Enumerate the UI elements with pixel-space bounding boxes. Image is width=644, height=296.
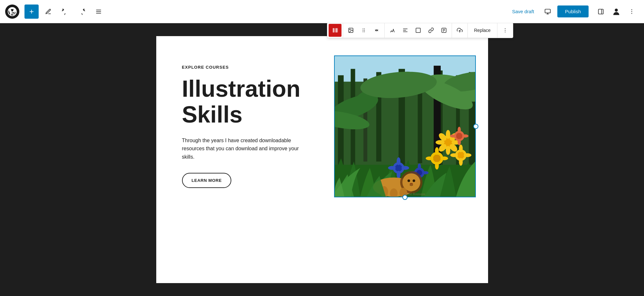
add-block-button[interactable]: + [24,5,39,19]
list-view-button[interactable] [91,5,106,19]
svg-point-82 [397,157,400,165]
svg-point-91 [422,171,429,174]
svg-point-60 [446,130,450,139]
svg-point-21 [364,30,365,31]
svg-point-93 [456,133,463,139]
block-type-button[interactable] [329,24,341,37]
svg-point-79 [440,156,448,160]
sidebar-toggle-button[interactable] [594,5,608,19]
main-heading[interactable]: Illustration Skills [182,76,303,127]
undo-button[interactable] [58,5,72,19]
svg-point-97 [462,134,468,138]
svg-point-23 [364,31,365,32]
preview-button[interactable] [541,5,555,19]
svg-point-81 [395,164,402,172]
svg-point-84 [388,166,396,170]
svg-text:Henri Rousseau: Henri Rousseau [405,192,425,196]
svg-rect-14 [336,28,337,33]
resize-handle-right[interactable] [473,124,478,129]
svg-point-104 [410,183,413,185]
svg-point-10 [631,11,632,12]
svg-point-22 [362,31,363,32]
image-controls-group [343,23,385,38]
description-text[interactable]: Through the years I have created downloa… [182,136,303,161]
svg-point-69 [457,152,465,159]
svg-point-62 [436,140,445,145]
move-up-down-button[interactable] [370,24,383,37]
svg-point-103 [413,179,415,182]
svg-point-34 [505,30,505,31]
painting-svg: Henri Rousseau [335,56,475,197]
resize-handle-bottom[interactable] [402,195,408,200]
svg-rect-6 [599,9,603,14]
svg-rect-12 [333,28,334,33]
user-avatar-button[interactable] [609,5,623,19]
svg-point-78 [426,156,433,160]
svg-rect-13 [334,28,335,33]
crop-button[interactable] [412,24,425,37]
learn-more-button[interactable]: LEARN MORE [182,173,232,188]
svg-point-71 [459,158,463,166]
svg-rect-27 [416,28,420,33]
svg-point-35 [505,32,505,32]
upload-button[interactable] [453,24,466,37]
save-draft-button[interactable]: Save draft [508,6,538,17]
text-button[interactable] [437,24,450,37]
svg-point-94 [458,127,461,133]
publish-button[interactable]: Publish [557,5,589,17]
svg-point-17 [350,29,350,30]
canvas-area: Replace EXPLORE COURSES Illustration Ski… [0,23,644,296]
upload-group [452,23,468,38]
two-column-block: EXPLORE COURSES Illustration Skills Thro… [156,36,488,217]
svg-point-88 [418,163,421,170]
svg-point-95 [458,139,461,145]
svg-point-18 [362,28,363,29]
svg-point-102 [408,179,410,182]
drag-handle-button[interactable] [357,24,370,37]
svg-rect-3 [545,9,550,13]
svg-point-33 [505,28,505,29]
redo-button[interactable] [75,5,89,19]
image-block[interactable]: Henri Rousseau [334,55,476,197]
tools-button[interactable] [41,5,55,19]
svg-point-20 [362,30,363,31]
more-options-button[interactable] [625,5,639,19]
page-content: Replace EXPLORE COURSES Illustration Ski… [156,36,488,283]
image-icon-button[interactable] [344,24,357,37]
svg-point-9 [631,9,632,10]
svg-point-72 [450,153,458,157]
svg-rect-15 [337,28,338,33]
svg-point-75 [433,154,441,162]
svg-point-11 [631,13,632,14]
explore-label: EXPLORE COURSES [182,65,303,70]
block-more-options-button[interactable] [499,24,512,37]
align-button[interactable] [399,24,412,37]
svg-point-76 [435,147,439,155]
link-button[interactable] [425,24,437,37]
main-toolbar: + Save draft Publish [0,0,644,23]
svg-point-61 [446,146,450,155]
formatting-group [385,23,452,38]
replace-group: Replace [468,23,497,38]
svg-point-83 [397,171,400,179]
text-color-button[interactable] [386,24,399,37]
replace-button[interactable]: Replace [469,24,496,37]
left-column: EXPLORE COURSES Illustration Skills Thro… [156,36,322,217]
wordpress-logo[interactable] [5,5,19,19]
more-group [497,23,513,38]
right-column: Henri Rousseau [322,36,488,217]
svg-point-19 [364,28,365,29]
svg-point-85 [401,166,409,170]
svg-point-77 [435,162,439,170]
svg-point-96 [450,134,457,138]
block-toolbar: Replace [327,23,513,38]
svg-point-70 [459,144,463,152]
block-type-group [327,23,343,38]
svg-point-73 [464,153,471,157]
svg-point-8 [615,8,618,11]
